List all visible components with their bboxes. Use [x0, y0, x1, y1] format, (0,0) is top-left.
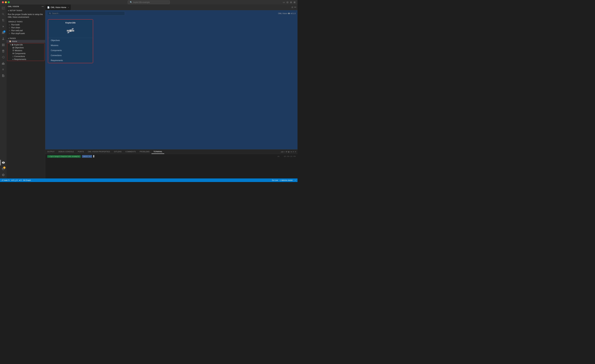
svg-rect-1 [3, 44, 4, 45]
tree-item-missions[interactable]: ☰ Missions [7, 49, 44, 52]
tab-close-icon[interactable]: × [68, 7, 69, 8]
tree-item-connections[interactable]: □ Connections [7, 55, 44, 58]
task-label: Run clean [11, 27, 20, 29]
sidebar-item-testing[interactable] [0, 36, 6, 42]
sidebar: OML VISION ••• ∨SETUP TASKS Run the prop… [7, 5, 45, 178]
terminal-split-button[interactable]: ⊟ [286, 151, 287, 153]
setup-tasks-label: ∨SETUP TASKS [7, 8, 45, 12]
layout-icon-2[interactable]: ⊟ [286, 1, 289, 4]
panel-tab-gitlens[interactable]: GITLENS [112, 149, 123, 154]
terminal-collapse-button[interactable]: ∧ [293, 151, 294, 153]
terminal-ok-label: ok [277, 155, 280, 157]
sidebar-item-oml-vision[interactable] [0, 160, 6, 166]
sync-icon: ↻ [8, 179, 10, 181]
split-editor-icon[interactable]: ⊟ [291, 6, 293, 8]
git-icon: ⎇ [1, 179, 3, 181]
panel-tab-debug-console[interactable]: DEBUG CONSOLE [57, 149, 76, 154]
tree-item-components[interactable]: ⊞ Components [7, 52, 44, 55]
layout-icon-4[interactable]: ⊠ [294, 1, 296, 4]
layout-icon-3[interactable]: ⊞ [290, 1, 292, 4]
play-icon: ▷ [9, 33, 10, 34]
kepler-label: Kepler16b [14, 44, 23, 46]
panel-tab-oml-properties[interactable]: OML VISION PROPERTIES [86, 149, 112, 154]
panel-tab-terminal[interactable]: TERMINAL [151, 149, 164, 154]
status-bar-right: Go Live ◇ tabnine starter → [272, 179, 296, 181]
chevron-icon: ∨ [10, 44, 11, 46]
card-menu-components[interactable]: Components [48, 48, 93, 53]
gradle-tasks-label: GRADLE TASKS [7, 20, 45, 23]
sidebar-item-r[interactable]: R [0, 67, 6, 72]
oml-search-input[interactable] [52, 12, 123, 14]
svg-rect-3 [3, 45, 4, 46]
card-area: Kepler16b [45, 17, 298, 66]
tree-item-kepler16b[interactable]: ∨ ▦ Kepler16b [7, 43, 44, 46]
card-menu-connections[interactable]: Connections [48, 53, 93, 58]
panel-tab-output[interactable]: OUTPUT [45, 149, 57, 154]
task-run-build[interactable]: ▷ Run build [7, 23, 45, 26]
status-git-graph[interactable]: Git Graph [23, 179, 31, 181]
status-errors[interactable]: ⊘ 0 △ 0 [11, 179, 17, 181]
sidebar-more-icon[interactable]: ••• [42, 6, 44, 7]
card-menu: Objectives Missions Components Connectio… [48, 38, 93, 63]
sidebar-item-extensions[interactable]: 3 [0, 30, 6, 35]
settings-icon[interactable] [0, 172, 6, 178]
oml-toolbar: OML Vision v0.1.0 [45, 10, 298, 17]
task-run-stopfuseki[interactable]: ▷ Run stopFuseki [7, 32, 45, 35]
terminal-expand-button[interactable]: ∨ [295, 151, 296, 153]
account-icon[interactable]: 2 [0, 166, 6, 172]
activity-bar: 3 R 2 [0, 5, 7, 178]
terminal-more-button[interactable]: ••• [290, 151, 292, 153]
terminal-status: ok 05:59:33 PM [277, 155, 296, 157]
sidebar-header-icons: ••• [42, 6, 44, 7]
tab-label: OML Vision Home [51, 6, 66, 8]
layout-icon-1[interactable]: ▭ [283, 1, 285, 4]
warning-icon: △ [15, 179, 16, 181]
close-button[interactable] [2, 1, 4, 3]
card-title: Kepler16b [51, 21, 90, 24]
terminal-content[interactable]: ~/git/pogi7/kepler16b-example main ✦1 ▋ … [45, 154, 298, 178]
editor-tab-oml-vision[interactable]: 📄 OML Vision Home × [45, 5, 71, 10]
panel-tab-problems[interactable]: PROBLEMS [138, 149, 151, 154]
more-actions-icon[interactable]: ••• [294, 6, 296, 8]
fullscreen-button[interactable] [8, 1, 10, 3]
oml-vision-panel: OML Vision v0.1.0 Kepler16b [45, 10, 298, 149]
tree-item-home[interactable]: 🏠 Home [7, 40, 45, 43]
status-info[interactable]: ♦ 0 [19, 179, 21, 181]
sidebar-item-source-control[interactable] [0, 17, 6, 23]
terminal-add-button[interactable]: + [284, 151, 285, 153]
info-count: 0 [21, 179, 21, 181]
terminal-path: ~/git/pogi7/kepler16b-example [47, 155, 81, 158]
status-arrow[interactable]: → [294, 179, 296, 181]
sidebar-item-history[interactable] [0, 54, 6, 60]
tree-item-objectives[interactable]: ▤ Objectives [7, 46, 44, 49]
minimize-button[interactable] [5, 1, 7, 3]
oml-version: OML Vision v0.1.0 [278, 12, 296, 14]
sidebar-item-robot[interactable] [0, 60, 6, 66]
task-run-owlload[interactable]: ▷ Run owlLoad [7, 29, 45, 32]
oml-search-box[interactable] [47, 12, 125, 15]
status-tabnine[interactable]: ◇ tabnine starter [280, 179, 293, 181]
sidebar-item-explorer[interactable] [0, 5, 6, 11]
card-menu-requirements[interactable]: Requirements [48, 58, 93, 63]
panel-tab-ports[interactable]: PORTS [76, 149, 86, 154]
status-go-live[interactable]: Go Live [272, 179, 278, 181]
card-menu-missions[interactable]: Missions [48, 43, 93, 48]
kepler-outline: ∨ ▦ Kepler16b ▤ Objectives ☰ Missions ⊞ … [7, 43, 44, 61]
status-branch[interactable]: ⎇ main ↻ [1, 179, 10, 181]
card-menu-objectives[interactable]: Objectives [48, 38, 93, 43]
sidebar-item-remote[interactable] [0, 42, 6, 48]
titlebar-search-input[interactable] [133, 1, 168, 3]
sidebar-item-run[interactable] [0, 24, 6, 29]
sidebar-item-search[interactable] [0, 11, 6, 17]
sidebar-item-database[interactable] [0, 48, 6, 54]
titlebar-search-box[interactable]: 🔍 [128, 0, 170, 4]
git-graph-label: Git Graph [23, 179, 31, 181]
sidebar-item-file-watcher[interactable] [0, 73, 6, 78]
svg-rect-6 [72, 30, 74, 32]
tree-item-requirements[interactable]: ≡ Requirements [7, 58, 44, 61]
terminal-kill-button[interactable]: 🗑 [288, 151, 290, 153]
tabs-left: 📄 OML Vision Home × [45, 5, 71, 10]
panel-tab-comments[interactable]: COMMENTS [124, 149, 138, 154]
task-run-clean[interactable]: ▷ Run clean [7, 26, 45, 29]
kepler-card[interactable]: Kepler16b [48, 19, 93, 63]
